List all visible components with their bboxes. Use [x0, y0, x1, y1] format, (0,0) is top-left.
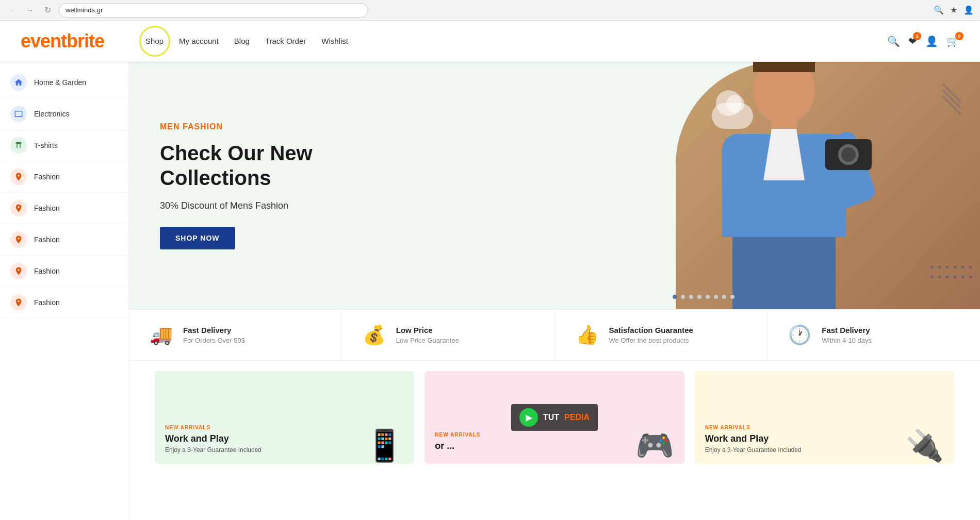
- play-button[interactable]: ▶: [519, 408, 538, 427]
- hero-banner: MEN FASHION Check Our New Collections 30…: [129, 62, 980, 309]
- feature-subtitle-4: Within 4-10 days: [822, 337, 872, 344]
- back-button[interactable]: ←: [6, 4, 19, 16]
- feature-text-1: Fast Delivery For Orders Over 50$: [183, 326, 245, 344]
- sidebar: Home & Garden Electronics T-shirts Fashi…: [0, 62, 129, 520]
- feature-title-4: Fast Delivery: [822, 326, 872, 334]
- hero-subtitle: 30% Discount of Mens Fashion: [160, 200, 356, 211]
- site-header: eventbrite Shop My account Blog Track Or…: [0, 21, 980, 62]
- nav-shop[interactable]: Shop: [145, 35, 164, 47]
- arrival-card-1[interactable]: NEW ARRIVALS Work and Play Enjoy a 3-Yea…: [155, 371, 414, 464]
- cloud-decoration: [712, 103, 753, 129]
- electronics-icon: [10, 106, 27, 122]
- sidebar-item-tshirts[interactable]: T-shirts: [0, 130, 128, 161]
- arrival-card-2[interactable]: NEW ARRIVALS or ... ▶ TUTPEDIA 🎮: [424, 371, 684, 464]
- sidebar-label-fashion-1: Fashion: [34, 173, 60, 181]
- features-row: 🚚 Fast Delivery For Orders Over 50$ 💰 Lo…: [129, 309, 980, 361]
- page-body: Home & Garden Electronics T-shirts Fashi…: [0, 62, 980, 520]
- nav-wishlist[interactable]: Wishlist: [321, 35, 348, 47]
- hero-title: Check Our New Collections: [160, 141, 356, 190]
- sidebar-item-fashion-5[interactable]: Fashion: [0, 287, 128, 318]
- sidebar-label-fashion-2: Fashion: [34, 204, 60, 212]
- forward-button[interactable]: →: [24, 4, 36, 16]
- feature-text-3: Satisfaction Guarantee We Offer the best…: [609, 326, 693, 344]
- delivery-icon-1: 🚚: [150, 324, 173, 346]
- sidebar-label-electronics: Electronics: [34, 110, 69, 118]
- search-icon[interactable]: 🔍: [934, 5, 944, 15]
- star-icon[interactable]: ★: [950, 5, 957, 15]
- profile-icon[interactable]: 👤: [963, 5, 974, 15]
- account-button[interactable]: 👤: [925, 35, 938, 47]
- arrival-product-3: 🔌: [905, 427, 944, 464]
- sidebar-item-fashion-3[interactable]: Fashion: [0, 224, 128, 256]
- sidebar-item-electronics[interactable]: Electronics: [0, 98, 128, 130]
- dots-decoration: [930, 266, 970, 278]
- feature-fast-delivery-1: 🚚 Fast Delivery For Orders Over 50$: [129, 310, 342, 360]
- fashion-3-icon: [10, 231, 27, 248]
- wishlist-button[interactable]: ❤ 1: [908, 35, 917, 47]
- site-logo[interactable]: eventbrite: [21, 30, 104, 52]
- url-text: wellminds.gr: [66, 6, 103, 14]
- delivery-icon-2: 🕐: [788, 324, 811, 346]
- feature-text-4: Fast Delivery Within 4-10 days: [822, 326, 872, 344]
- feature-title-1: Fast Delivery: [183, 326, 245, 334]
- refresh-button[interactable]: ↻: [41, 4, 54, 16]
- search-button[interactable]: 🔍: [887, 35, 900, 47]
- hero-category: MEN FASHION: [160, 122, 356, 131]
- sidebar-item-fashion-1[interactable]: Fashion: [0, 161, 128, 193]
- video-brand: TUT: [543, 413, 559, 422]
- feature-subtitle-1: For Orders Over 50$: [183, 337, 245, 344]
- feature-subtitle-2: Low Price Guarantee: [396, 337, 459, 344]
- browser-right-icons: 🔍 ★ 👤: [934, 5, 974, 15]
- arrival-card-3[interactable]: NEW ARRIVALS Work and Play Enjoy a 3-Yea…: [695, 371, 954, 464]
- lines-decoration: [939, 88, 965, 110]
- fashion-1-icon: [10, 169, 27, 185]
- sidebar-item-fashion-2[interactable]: Fashion: [0, 193, 128, 224]
- sidebar-label-fashion-4: Fashion: [34, 267, 60, 275]
- feature-satisfaction: 👍 Satisfaction Guarantee We Offer the be…: [555, 310, 768, 360]
- fashion-2-icon: [10, 200, 27, 216]
- nav-track-order[interactable]: Track Order: [265, 35, 306, 47]
- sidebar-label-fashion-5: Fashion: [34, 298, 60, 307]
- feature-fast-delivery-2: 🕐 Fast Delivery Within 4-10 days: [767, 310, 980, 360]
- feature-title-2: Low Price: [396, 326, 459, 334]
- arrival-product-2: 🎮: [635, 427, 674, 464]
- browser-chrome: ← → ↻ wellminds.gr 🔍 ★ 👤: [0, 0, 980, 21]
- hero-text: MEN FASHION Check Our New Collections 30…: [129, 91, 387, 280]
- nav-blog[interactable]: Blog: [234, 35, 250, 47]
- feature-subtitle-3: We Offer the best products: [609, 337, 693, 344]
- main-nav: Shop My account Blog Track Order Wishlis…: [145, 35, 887, 47]
- satisfaction-icon: 👍: [576, 324, 599, 346]
- feature-title-3: Satisfaction Guarantee: [609, 326, 693, 334]
- address-bar[interactable]: wellminds.gr: [59, 3, 368, 18]
- nav-my-account[interactable]: My account: [179, 35, 219, 47]
- sidebar-label-fashion-3: Fashion: [34, 236, 60, 244]
- arrival-product-1: 📱: [365, 427, 404, 464]
- slider-dots: [673, 295, 734, 299]
- fashion-4-icon: [10, 263, 27, 279]
- video-name: PEDIA: [564, 413, 590, 422]
- video-overlay: ▶ TUTPEDIA: [511, 404, 598, 431]
- feature-low-price: 💰 Low Price Low Price Guarantee: [342, 310, 555, 360]
- cart-badge: 0: [955, 32, 963, 40]
- sidebar-item-fashion-4[interactable]: Fashion: [0, 256, 128, 287]
- wishlist-badge: 1: [913, 32, 921, 40]
- price-icon: 💰: [363, 324, 386, 346]
- header-icons: 🔍 ❤ 1 👤 🛒 0: [887, 35, 959, 47]
- fashion-5-icon: [10, 294, 27, 311]
- sidebar-label-tshirts: T-shirts: [34, 141, 58, 149]
- cart-button[interactable]: 🛒 0: [946, 35, 959, 47]
- home-garden-icon: [10, 74, 27, 91]
- sidebar-label-home-garden: Home & Garden: [34, 78, 86, 87]
- sidebar-item-home-garden[interactable]: Home & Garden: [0, 67, 128, 98]
- hero-image-area: [427, 62, 981, 309]
- shop-now-button[interactable]: SHOP NOW: [160, 227, 235, 249]
- tshirts-icon: [10, 137, 27, 154]
- new-arrivals-row: NEW ARRIVALS Work and Play Enjoy a 3-Yea…: [129, 361, 980, 474]
- main-content: MEN FASHION Check Our New Collections 30…: [129, 62, 980, 520]
- feature-text-2: Low Price Low Price Guarantee: [396, 326, 459, 344]
